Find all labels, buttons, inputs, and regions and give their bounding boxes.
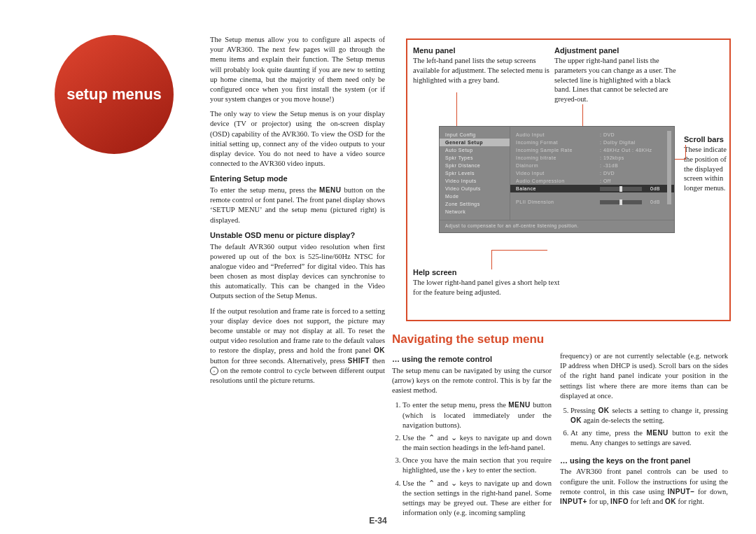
- osd-help-text: Adjust to compensate for an off-centre l…: [440, 220, 674, 232]
- intro-p2: The only way to view the Setup menus is …: [210, 109, 385, 169]
- heading-entering-setup: Entering Setup mode: [210, 174, 385, 184]
- remote-steps-cont: Pressing OK selects a setting to change …: [570, 406, 728, 449]
- remote-intro: The setup menu can be navigated by using…: [392, 366, 552, 396]
- osd-scrollbar: [667, 131, 671, 204]
- page-number: E-34: [0, 516, 756, 526]
- intro-p1: The Setup menus allow you to configure a…: [210, 35, 385, 104]
- nav-section: Navigating the setup menu: [392, 332, 735, 352]
- label-scroll-bars: Scroll bars These indicate the position …: [684, 134, 727, 193]
- osd-menu-item: Mode: [440, 192, 510, 200]
- unstable-p2: If the output resolution and frame rate …: [210, 307, 385, 386]
- entering-setup-p: To enter the setup menu, press the MENU …: [210, 185, 385, 225]
- heading-front-panel: … using the keys on the front panel: [560, 456, 728, 466]
- col-left: The Setup menus allow you to configure a…: [210, 35, 385, 391]
- osd-setting-row: Incoming bitrate: 192kbps: [510, 154, 674, 162]
- section-badge-text: setup menus: [66, 85, 162, 104]
- osd-setting-row: Dialnorm: -31dB: [510, 162, 674, 169]
- osd-menu-item: Auto Setup: [440, 146, 510, 154]
- heading-unstable-osd: Unstable OSD menu or picture display?: [210, 230, 385, 241]
- osd-setting-row: Audio Input: DVD: [510, 131, 674, 139]
- diagram-callout-box: Menu panel The left-hand panel lists the…: [406, 38, 731, 321]
- osd-menu-item: General Setup: [440, 139, 510, 146]
- osd-adjustment-panel: Audio Input: DVDIncoming Format: Dolby D…: [510, 127, 674, 220]
- label-help-screen: Help screen The lower right-hand panel g…: [413, 267, 567, 297]
- osd-menu-item: Video Outputs: [440, 185, 510, 192]
- osd-setting-row: PLII Dimension 0dB: [510, 198, 674, 206]
- nav-col-left: … using the remote control The setup men…: [392, 351, 552, 521]
- label-adjustment-panel: Adjustment panel The upper right-hand pa…: [554, 45, 677, 104]
- front-panel-p: The AVR360 front panel controls can be u…: [560, 467, 728, 507]
- page: setup menus The Setup menus allow you to…: [0, 0, 756, 534]
- osd-menu-item: Zone Settings: [440, 200, 510, 208]
- nav-col-right: frequency) or are not currently selectab…: [560, 351, 728, 512]
- osd-setting-row: Incoming Sample Rate: 48KHz Out : 48KHz: [510, 146, 674, 154]
- osd-menu-item: Input Config: [440, 131, 510, 139]
- osd-setting-row: Video Input: DVD: [510, 169, 674, 177]
- osd-menu-item: Spkr Levels: [440, 169, 510, 177]
- osd-menu-item: Spkr Distance: [440, 162, 510, 169]
- nav-right-p1: frequency) or are not currently selectab…: [560, 351, 728, 401]
- osd-setting-row: Audio Compression: Off: [510, 177, 674, 185]
- heading-navigating: Navigating the setup menu: [392, 332, 735, 348]
- remote-steps: To enter the setup menu, press the MENU …: [402, 400, 552, 518]
- label-menu-panel: Menu panel The left-hand panel lists the…: [413, 45, 553, 85]
- osd-menu-item: Spkr Types: [440, 154, 510, 162]
- osd-menu-item: Video Inputs: [440, 177, 510, 185]
- unstable-p1: The default AVR360 output video resoluti…: [210, 242, 385, 302]
- right-key-icon: ›: [210, 367, 218, 375]
- osd-setting-row: Incoming Format: Dolby Digital: [510, 139, 674, 146]
- heading-remote: … using the remote control: [392, 354, 552, 365]
- osd-menu-item: Network: [440, 208, 510, 216]
- section-badge: setup menus: [55, 35, 174, 154]
- osd-screenshot: Input ConfigGeneral SetupAuto SetupSpkr …: [439, 126, 675, 233]
- osd-menu-panel: Input ConfigGeneral SetupAuto SetupSpkr …: [440, 127, 510, 220]
- osd-setting-row: [510, 192, 674, 198]
- osd-setting-row: Balance 0dB: [510, 185, 674, 192]
